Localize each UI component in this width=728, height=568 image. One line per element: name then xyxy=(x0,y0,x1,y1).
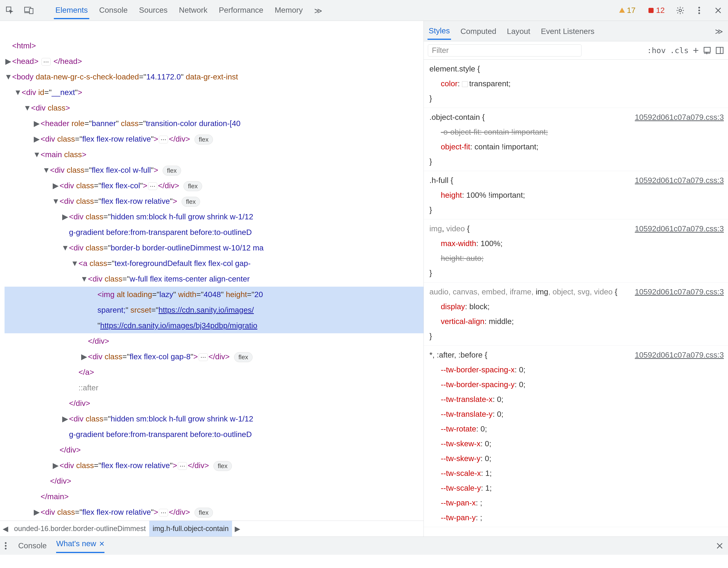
svg-point-7 xyxy=(698,9,700,11)
close-tab-icon[interactable]: × xyxy=(99,538,104,549)
panel-tab-elements[interactable]: Elements xyxy=(54,2,89,19)
sidebar-tab-event-listeners[interactable]: Event Listeners xyxy=(540,23,596,39)
dom-tree-line[interactable]: <img alt loading="lazy" width="4048" hei… xyxy=(5,287,424,302)
svg-point-17 xyxy=(5,545,6,547)
dom-tree-line[interactable]: ▶<div class="flex flex-row relative">⋯</… xyxy=(5,504,424,520)
dom-tree-line[interactable]: ▼<div class="border-b border-outlineDimm… xyxy=(5,240,424,256)
svg-point-18 xyxy=(5,548,6,549)
style-rule[interactable]: element.style {color: transparent;} xyxy=(424,60,728,108)
style-rule[interactable]: img, video {10592d061c07a079.css:3max-wi… xyxy=(424,219,728,282)
dom-tree-line[interactable]: ▶<div class="hidden sm:block h-full grow… xyxy=(5,209,424,224)
dom-tree-line[interactable]: ▼<div id="__next"> xyxy=(5,85,424,100)
devtools-toolbar: ElementsConsoleSourcesNetworkPerformance… xyxy=(0,0,728,21)
svg-rect-3 xyxy=(29,8,33,13)
dom-tree-line[interactable]: <html> xyxy=(5,38,424,53)
hov-button[interactable]: :hov xyxy=(647,46,666,55)
dom-tree-line[interactable]: ▶<header role="banner" class="transition… xyxy=(5,116,424,131)
svg-point-5 xyxy=(679,9,681,12)
panel-tab-sources[interactable]: Sources xyxy=(137,2,169,19)
dom-tree-line[interactable]: ▶<div class="flex flex-col">⋯</div> flex xyxy=(5,178,424,193)
warning-icon xyxy=(619,7,625,14)
svg-point-8 xyxy=(698,12,700,14)
dom-tree-line[interactable]: ▼<body data-new-gr-c-s-check-loaded="14.… xyxy=(5,69,424,85)
dom-tree-line[interactable]: </a> xyxy=(5,364,424,380)
panel-tab-memory[interactable]: Memory xyxy=(273,2,304,19)
dom-tree-line[interactable]: ▼<main class> xyxy=(5,147,424,162)
svg-rect-4 xyxy=(649,8,654,13)
dom-tree-line[interactable]: ▶<div class="flex flex-row relative">⋯</… xyxy=(5,131,424,147)
sidebar-tabs-overflow[interactable]: ≫ xyxy=(714,23,724,39)
dom-tree-line[interactable]: ::after xyxy=(5,380,424,395)
drawer-more-icon[interactable] xyxy=(5,542,7,550)
error-icon xyxy=(648,7,654,14)
devtools-body: <html>▶<head> ⋯ </head>▼<body data-new-g… xyxy=(0,21,728,537)
dom-tree-line[interactable]: ▼<div class="flex flex-col w-full"> flex xyxy=(5,162,424,178)
close-devtools-icon[interactable] xyxy=(713,5,723,16)
panel-tabs-overflow[interactable]: ≫ xyxy=(313,2,324,19)
style-rule[interactable]: .h-full {10592d061c07a079.css:3height: 1… xyxy=(424,171,728,219)
sidebar-tab-computed[interactable]: Computed xyxy=(459,23,497,39)
device-toggle-icon[interactable] xyxy=(24,5,34,16)
style-rule[interactable]: *, :after, :before {10592d061c07a079.css… xyxy=(424,346,728,527)
style-rule[interactable]: audio, canvas, embed, iframe, img, objec… xyxy=(424,282,728,346)
dom-tree-line[interactable]: ▼<div class> xyxy=(5,100,424,116)
warning-count-badge[interactable]: 17 xyxy=(617,5,638,16)
dom-tree-line[interactable]: </div> xyxy=(5,442,424,458)
dom-tree-line[interactable]: ▶<div class="hidden sm:block h-full grow… xyxy=(5,411,424,427)
dom-tree-line[interactable]: ▶<div class="flex flex-col gap-8">⋯</div… xyxy=(5,349,424,364)
breadcrumb-crumb-parent[interactable]: ounded-16.border.border-outlineDimmest xyxy=(11,521,149,537)
stylesheet-link[interactable]: 10592d061c07a079.css:3 xyxy=(635,284,724,299)
error-count-badge[interactable]: 12 xyxy=(646,5,667,16)
dom-tree-line[interactable]: ▼<a class="text-foregroundDefault flex f… xyxy=(5,256,424,271)
dom-tree-line[interactable]: </div> xyxy=(5,395,424,411)
svg-rect-11 xyxy=(704,47,710,52)
sidebar-tab-styles[interactable]: Styles xyxy=(428,22,451,40)
settings-gear-icon[interactable] xyxy=(675,5,686,16)
svg-rect-14 xyxy=(716,47,723,53)
error-count: 12 xyxy=(656,6,665,15)
dom-tree-line[interactable]: ▶<head> ⋯ </head> xyxy=(5,53,424,69)
drawer-close-icon[interactable] xyxy=(716,542,723,550)
toggle-sidebar-icon[interactable] xyxy=(715,46,724,55)
dom-tree-line[interactable]: </div> xyxy=(5,473,424,489)
drawer-tab-console[interactable]: Console xyxy=(18,541,47,550)
panel-tab-performance[interactable]: Performance xyxy=(217,2,265,19)
sidebar-tab-layout[interactable]: Layout xyxy=(506,23,531,39)
dom-tree-line[interactable]: </div> xyxy=(5,333,424,349)
dom-tree-line[interactable] xyxy=(5,22,424,38)
style-rules[interactable]: element.style {color: transparent;}.obje… xyxy=(424,60,728,537)
stylesheet-link[interactable]: 10592d061c07a079.css:3 xyxy=(635,173,724,188)
dom-tree-line[interactable]: g-gradient before:from-transparent befor… xyxy=(5,224,424,240)
panel-tab-console[interactable]: Console xyxy=(98,2,129,19)
style-rule[interactable]: .object-contain {10592d061c07a079.css:3-… xyxy=(424,108,728,171)
drawer-tab-what-s-new[interactable]: What's new× xyxy=(56,538,104,553)
stylesheet-link[interactable]: 10592d061c07a079.css:3 xyxy=(635,221,724,236)
panel-tab-network[interactable]: Network xyxy=(177,2,209,19)
svg-point-6 xyxy=(698,7,700,8)
more-menu-icon[interactable] xyxy=(694,5,704,16)
dom-tree-line[interactable]: "https://cdn.sanity.io/images/bj34pdbp/m… xyxy=(5,318,424,333)
dom-tree[interactable]: <html>▶<head> ⋯ </head>▼<body data-new-g… xyxy=(0,21,424,521)
computed-styles-icon[interactable] xyxy=(703,46,711,55)
cls-button[interactable]: .cls xyxy=(670,46,689,55)
breadcrumb-scroll-left-icon[interactable]: ◀ xyxy=(0,521,11,537)
new-style-rule-icon[interactable]: + xyxy=(693,44,699,56)
dom-tree-line[interactable]: sparent;" srcset="https://cdn.sanity.io/… xyxy=(5,302,424,318)
stylesheet-link[interactable]: 10592d061c07a079.css:3 xyxy=(635,110,724,125)
elements-panel: <html>▶<head> ⋯ </head>▼<body data-new-g… xyxy=(0,21,424,537)
dom-tree-line[interactable]: ▶<div class="flex flex-row relative">⋯</… xyxy=(5,458,424,473)
dom-tree-line[interactable]: ▼<div class="flex flex-row relative"> fl… xyxy=(5,193,424,209)
panel-tabs: ElementsConsoleSourcesNetworkPerformance… xyxy=(54,2,304,19)
dom-tree-line[interactable]: </main> xyxy=(5,489,424,504)
breadcrumb-crumb-selected[interactable]: img.h-full.object-contain xyxy=(149,521,232,537)
dom-tree-line[interactable]: g-gradient before:from-transparent befor… xyxy=(5,427,424,442)
breadcrumb-scroll-right-icon[interactable]: ▶ xyxy=(232,521,243,537)
inspect-icon[interactable] xyxy=(5,5,15,16)
stylesheet-link[interactable]: 10592d061c07a079.css:3 xyxy=(635,348,724,362)
drawer: ConsoleWhat's new× xyxy=(0,537,728,555)
warning-count: 17 xyxy=(627,6,636,15)
sidebar-tabs: StylesComputedLayoutEvent Listeners≫ xyxy=(424,21,728,41)
styles-filter-input[interactable]: Filter xyxy=(428,44,581,56)
dom-tree-line[interactable]: ▼<div class="w-full flex items-center al… xyxy=(5,271,424,287)
breadcrumb: ◀ ounded-16.border.border-outlineDimmest… xyxy=(0,521,424,537)
